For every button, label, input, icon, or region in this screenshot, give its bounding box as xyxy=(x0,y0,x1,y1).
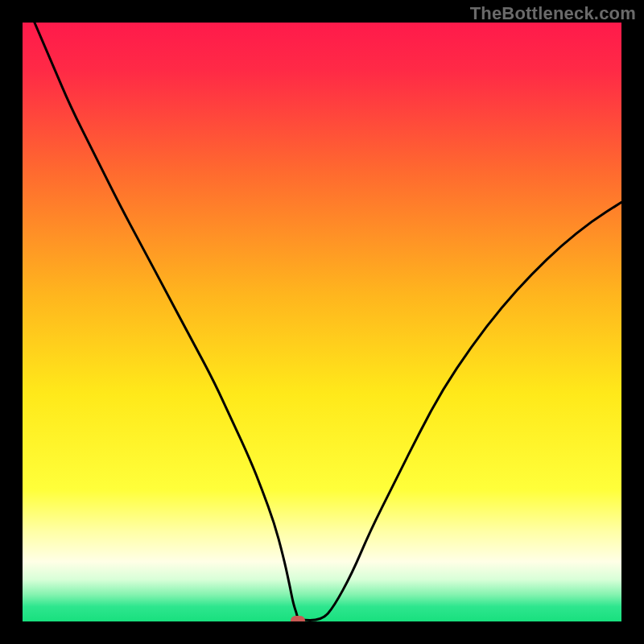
watermark-text: TheBottleneck.com xyxy=(470,3,636,24)
optimum-marker xyxy=(291,616,305,622)
plot-area xyxy=(23,23,621,621)
chart-frame: TheBottleneck.com xyxy=(0,0,644,644)
bottleneck-curve xyxy=(23,23,621,621)
